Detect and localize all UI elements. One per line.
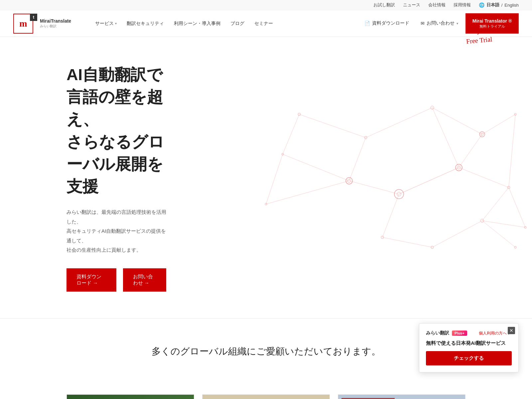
globe-icon: 🌐 (479, 2, 484, 8)
nav-seminar[interactable]: セミナー (250, 18, 277, 29)
logo-sub: みらい翻訳 (40, 24, 71, 29)
svg-line-2 (432, 108, 482, 134)
hero-contact-button[interactable]: お問い合わせ → (123, 268, 166, 292)
plus-cta-button[interactable]: チェックする (426, 351, 512, 365)
svg-line-16 (509, 114, 515, 188)
services-chevron-icon: ▾ (115, 22, 117, 25)
clients-title: 多くのグローバル組織にご愛顧いただいております。 (66, 345, 466, 358)
logo-m-letter: m (19, 18, 27, 29)
logo-name: MiraiTranslate (40, 18, 71, 24)
svg-line-15 (432, 108, 459, 168)
svg-line-20 (399, 168, 459, 194)
plus-header: みらい翻訳 Plus+ 個人利用の方へ ▶ (426, 330, 512, 336)
card1-image: スタンレー電気株式会社 (67, 395, 194, 399)
mail-icon: ✉ (421, 21, 425, 26)
case-card-1: スタンレー電気株式会社 『生真面目すぎる翻訳ツールが欲しかった』法令文書の原文に… (66, 394, 194, 399)
svg-line-18 (266, 181, 349, 204)
card2-image: これからの 地球の未来. Aisan's Technology: Support… (202, 395, 330, 399)
svg-line-14 (283, 154, 349, 181)
cards-row: スタンレー電気株式会社 『生真面目すぎる翻訳ツールが欲しかった』法令文書の原文に… (0, 394, 532, 399)
plus-title: 無料で使える日本発AI翻訳サービス (426, 339, 512, 346)
nav-services[interactable]: サービス ▾ (91, 18, 121, 29)
svg-line-11 (432, 221, 482, 247)
news-link[interactable]: ニュース (403, 2, 420, 8)
company-link[interactable]: 会社情報 (428, 2, 446, 8)
hero-desc: みらい翻訳は、最先端の言語処理技術を活用した、 高セキュリティAI自動翻訳サービ… (66, 207, 166, 255)
svg-line-12 (482, 188, 509, 221)
lang-switcher[interactable]: 🌐 日本語 / English (479, 2, 519, 8)
nav-usecases[interactable]: 利用シーン・導入事例 (170, 18, 224, 29)
logo-text: MiraiTranslate みらい翻訳 (40, 18, 71, 29)
nav-download-link[interactable]: 📄 資料ダウンロード (360, 18, 413, 29)
hero-network-graph (233, 37, 532, 318)
document-icon: 📄 (364, 21, 370, 26)
logo-t-letter: t (33, 15, 34, 20)
case-card-3: INPEX Values Safety Integrity Diversity … (338, 394, 466, 399)
main-nav: m t MiraiTranslate みらい翻訳 サービス ▾ 翻訳セキュリティ… (0, 10, 532, 37)
svg-line-1 (366, 108, 432, 138)
lang-sep: / (501, 3, 503, 8)
free-trial-arrow-icon: ↗ (476, 30, 481, 36)
svg-line-17 (482, 221, 515, 247)
svg-line-21 (509, 188, 525, 227)
plus-logo: みらい翻訳 (426, 330, 449, 336)
nav-items: サービス ▾ 翻訳セキュリティ 利用シーン・導入事例 ブログ セミナー (91, 18, 360, 29)
hero-buttons: 資料ダウンロード → お問い合わせ → (66, 268, 166, 292)
svg-rect-56 (202, 395, 330, 399)
nav-right: 📄 資料ダウンロード ✉ お問い合わせ ▾ Mirai Translator ®… (360, 13, 519, 33)
svg-line-9 (382, 194, 399, 237)
svg-line-13 (283, 114, 299, 154)
svg-line-22 (482, 221, 525, 227)
free-trial-annotation: ↗ Free Trial (466, 29, 492, 44)
svg-line-7 (459, 134, 482, 168)
plus-user-link[interactable]: 個人利用の方へ ▶ (479, 331, 512, 336)
card1-people (67, 395, 194, 399)
svg-line-4 (349, 138, 366, 181)
free-trial-text: Free Trial (466, 36, 492, 46)
nav-contact-link[interactable]: ✉ お問い合わせ ▾ (417, 18, 462, 29)
plus-popup-close-button[interactable]: ✕ (508, 327, 515, 334)
hero-section: AI自動翻訳で言語の壁を超え、 さらなるグローバル展開を支援 みらい翻訳は、最先… (0, 37, 532, 318)
hero-content: AI自動翻訳で言語の壁を超え、 さらなるグローバル展開を支援 みらい翻訳は、最先… (0, 37, 233, 318)
hero-title: AI自動翻訳で言語の壁を超え、 さらなるグローバル展開を支援 (66, 64, 166, 198)
nav-blog[interactable]: ブログ (226, 18, 248, 29)
case-card-2: これからの 地球の未来. Aisan's Technology: Support… (202, 394, 330, 399)
plus-badge: Plus+ (452, 331, 467, 336)
lang-en[interactable]: English (504, 3, 519, 8)
svg-line-19 (266, 154, 283, 204)
top-utility-bar: お試し翻訳 ニュース 会社情報 採用情報 🌐 日本語 / English (0, 0, 532, 10)
trial-link[interactable]: お試し翻訳 (373, 2, 395, 8)
svg-line-5 (349, 181, 399, 194)
plus-popup: ✕ みらい翻訳 Plus+ 個人利用の方へ ▶ 無料で使える日本発AI翻訳サービ… (419, 323, 519, 372)
logo-box: m t (13, 14, 33, 34)
svg-line-3 (482, 114, 515, 134)
svg-line-8 (459, 168, 509, 188)
lang-ja[interactable]: 日本語 (486, 2, 499, 8)
card3-image: INPEX Values Safety Integrity Diversity … (338, 395, 465, 399)
svg-line-10 (382, 237, 432, 247)
hero-download-button[interactable]: 資料ダウンロード → (66, 268, 116, 292)
nav-security[interactable]: 翻訳セキュリティ (123, 18, 168, 29)
logo-t-box: t (30, 14, 37, 21)
contact-chevron-icon: ▾ (457, 22, 458, 25)
logo-link[interactable]: m t MiraiTranslate みらい翻訳 (13, 14, 71, 34)
svg-line-0 (299, 114, 366, 138)
recruit-link[interactable]: 採用情報 (454, 2, 471, 8)
svg-rect-77 (341, 398, 395, 399)
